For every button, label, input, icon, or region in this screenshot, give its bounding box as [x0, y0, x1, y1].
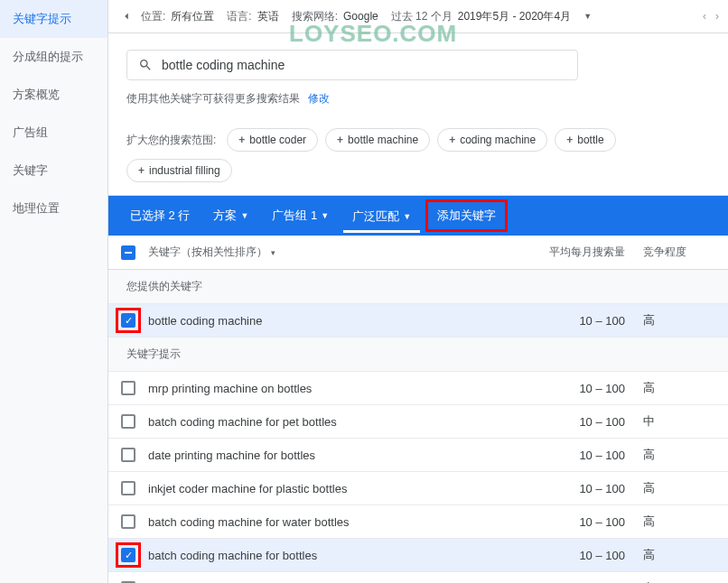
hint-text: 使用其他关键字可获得更多搜索结果 [126, 92, 300, 105]
keyword-cell: inkjet coder machine for plastic bottles [148, 482, 526, 495]
competition-cell: 高 [643, 480, 715, 496]
sidebar-item[interactable]: 分成组的提示 [0, 38, 107, 76]
language-value[interactable]: 英语 [257, 9, 279, 24]
next-icon[interactable]: › [715, 10, 719, 23]
expand-chip[interactable]: + bottle coder [227, 128, 318, 152]
sidebar-item[interactable]: 关键字 [0, 152, 107, 190]
location-label: 位置: [141, 9, 165, 24]
table-row: batch coding machine for water bottles10… [108, 505, 728, 539]
row-checkbox[interactable]: ✓ [121, 548, 135, 562]
row-checkbox[interactable] [121, 448, 135, 462]
date-value[interactable]: 2019年5月 - 2020年4月 [458, 9, 571, 24]
competition-cell: 高 [643, 312, 715, 329]
section-ideas: 关键字提示 [108, 338, 728, 372]
keyword-cell: date printing machine for bottles [148, 449, 526, 462]
prev-icon[interactable]: ‹ [703, 10, 706, 23]
competition-cell: 高 [643, 447, 715, 463]
language-label: 语言: [227, 9, 251, 24]
competition-cell: 高 [643, 380, 715, 396]
sidebar-item[interactable]: 关键字提示 [0, 0, 107, 38]
keyword-cell: batch coding machine for pet bottles [148, 415, 526, 429]
expand-chip[interactable]: + industrial filling [126, 159, 232, 182]
expand-chip[interactable]: + coding machine [437, 128, 547, 152]
row-checkbox[interactable]: ✓ [121, 313, 135, 328]
expand-chip[interactable]: + bottle [555, 128, 615, 152]
volume-cell: 10 – 100 [526, 482, 625, 495]
table-row: ✓batch coding machine for bottles10 – 10… [108, 539, 728, 572]
keyword-cell: batch coding machine for water bottles [148, 515, 526, 529]
chevron-down-icon: ▾ [271, 248, 275, 257]
edit-link[interactable]: 修改 [308, 92, 330, 105]
chevron-down-icon: ▼ [240, 211, 248, 220]
sidebar-item[interactable]: 广告组 [0, 114, 107, 152]
table-row: mrp printing machine on bottles10 – 100高 [108, 372, 728, 405]
location-value[interactable]: 所有位置 [171, 9, 214, 24]
competition-cell: 中 [643, 413, 715, 430]
sidebar-item[interactable]: 地理位置 [0, 190, 107, 227]
search-box[interactable] [126, 50, 578, 80]
add-keyword-button[interactable]: 添加关键字 [425, 199, 508, 232]
keyword-cell: mrp printing machine on bottles [148, 382, 526, 395]
col-keyword[interactable]: 关键字（按相关性排序） ▾ [148, 245, 526, 260]
topbar: 位置: 所有位置 语言: 英语 搜索网络: Google 过去 12 个月 20… [108, 0, 728, 33]
expand-row: 扩大您的搜索范围: + bottle coder+ bottle machine… [108, 119, 728, 196]
select-all-checkbox[interactable] [121, 245, 135, 260]
plan-dropdown[interactable]: 方案 ▼ [204, 200, 257, 231]
plus-icon: + [337, 134, 343, 146]
chevron-down-icon[interactable]: ▼ [583, 12, 592, 21]
keyword-cell: batch coding machine for bottles [148, 549, 526, 562]
selected-count: 已选择 2 行 [121, 200, 199, 231]
collapse-icon[interactable] [117, 7, 135, 25]
row-checkbox[interactable] [121, 481, 135, 495]
volume-cell: 10 – 100 [526, 449, 625, 462]
table-row: inkjet coder machine for plastic bottles… [108, 472, 728, 505]
expand-chip[interactable]: + bottle machine [325, 128, 430, 152]
table-row: date printing machine for bottles10 – 10… [108, 439, 728, 472]
network-label: 搜索网络: [292, 9, 338, 24]
row-checkbox[interactable] [121, 414, 135, 429]
search-row [108, 33, 728, 88]
table-row: batch coding machine for pet bottles10 –… [108, 405, 728, 439]
volume-cell: 10 – 100 [526, 515, 625, 529]
chevron-down-icon: ▼ [321, 211, 329, 220]
col-volume[interactable]: 平均每月搜索量 [526, 245, 625, 260]
sidebar: 关键字提示分成组的提示方案概览广告组关键字地理位置 [0, 0, 108, 583]
search-icon [138, 58, 153, 72]
competition-cell: 高 [643, 514, 715, 530]
hint-row: 使用其他关键字可获得更多搜索结果 修改 [108, 88, 728, 119]
plus-icon: + [449, 134, 455, 146]
date-prefix: 过去 12 个月 [391, 9, 453, 24]
section-provided: 您提供的关键字 [108, 270, 728, 304]
row-checkbox[interactable] [121, 514, 135, 529]
table-header: 关键字（按相关性排序） ▾ 平均每月搜索量 竞争程度 [108, 236, 728, 270]
table-body: 您提供的关键字 ✓bottle coding machine10 – 100高 … [108, 270, 728, 583]
volume-cell: 10 – 100 [526, 382, 625, 395]
col-competition[interactable]: 竞争程度 [643, 245, 715, 260]
search-input[interactable] [162, 58, 566, 72]
row-checkbox[interactable] [121, 381, 135, 395]
table-row: ✓bottle coding machine10 – 100高 [108, 304, 728, 338]
volume-cell: 10 – 100 [526, 549, 625, 562]
competition-cell: 高 [643, 547, 715, 563]
expand-label: 扩大您的搜索范围: [126, 133, 216, 148]
match-dropdown[interactable]: 广泛匹配 ▼ [343, 199, 420, 233]
chevron-down-icon: ▼ [403, 212, 411, 221]
plus-icon: + [138, 164, 145, 177]
volume-cell: 10 – 100 [526, 415, 625, 429]
network-value[interactable]: Google [343, 10, 378, 23]
keyword-cell: bottle coding machine [148, 314, 526, 328]
adgroup-dropdown[interactable]: 广告组 1 ▼ [263, 200, 338, 231]
plus-icon: + [238, 134, 245, 146]
volume-cell: 10 – 100 [526, 314, 625, 328]
table-row: date coder for bottles10 – 100高 [108, 572, 728, 583]
action-bar: 已选择 2 行 方案 ▼ 广告组 1 ▼ 广泛匹配 ▼ 添加关键字 [108, 196, 728, 236]
main: 位置: 所有位置 语言: 英语 搜索网络: Google 过去 12 个月 20… [108, 0, 728, 583]
sidebar-item[interactable]: 方案概览 [0, 76, 107, 114]
plus-icon: + [566, 134, 573, 146]
